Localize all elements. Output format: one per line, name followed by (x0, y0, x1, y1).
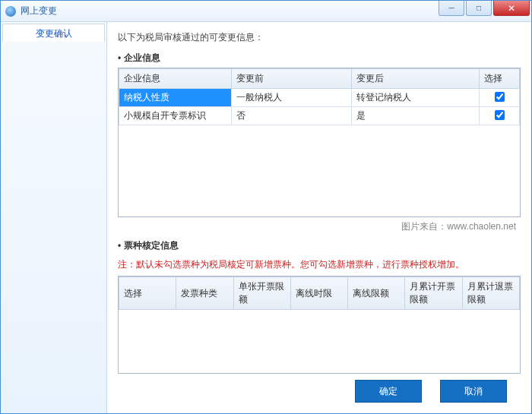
window-buttons: ─ □ ✕ (439, 1, 531, 16)
select-cell (480, 107, 520, 125)
table-cell: 转登记纳税人 (351, 89, 480, 107)
app-icon (5, 6, 16, 17)
col-header: 选择 (480, 69, 520, 89)
col-header: 变更前 (231, 69, 351, 89)
col-header: 月累计退票限额 (462, 277, 519, 310)
table-cell: 小规模自开专票标识 (119, 107, 232, 125)
section1-title: 企业信息 (118, 52, 521, 65)
table-cell: 是 (351, 107, 480, 125)
invoice-table-wrap: 选择发票种类单张开票限额离线时限离线限额月累计开票限额月累计退票限额 (118, 276, 521, 374)
window-title: 网上变更 (21, 5, 57, 17)
body: 变更确认 以下为税局审核通过的可变更信息： 企业信息 企业信息 变更前 变更后 … (1, 22, 531, 413)
cancel-button[interactable]: 取消 (440, 380, 507, 403)
table-cell: 纳税人性质 (119, 89, 232, 107)
button-row: 确定 取消 (118, 374, 521, 407)
col-header: 单张开票限额 (233, 277, 290, 310)
enterprise-table-wrap: 企业信息 变更前 变更后 选择 纳税人性质一般纳税人转登记纳税人小规模自开专票标… (118, 68, 521, 217)
section2-title: 票种核定信息 (118, 239, 521, 252)
tab-change-confirm[interactable]: 变更确认 (2, 24, 105, 42)
main-panel: 以下为税局审核通过的可变更信息： 企业信息 企业信息 变更前 变更后 选择 纳税… (107, 22, 531, 413)
enterprise-table: 企业信息 变更前 变更后 选择 纳税人性质一般纳税人转登记纳税人小规模自开专票标… (119, 68, 520, 125)
table-empty-area (119, 125, 520, 216)
window-frame: 网上变更 ─ □ ✕ 变更确认 以下为税局审核通过的可变更信息： 企业信息 企业… (0, 0, 532, 414)
minimize-button[interactable]: ─ (439, 1, 464, 16)
col-header: 离线限额 (348, 277, 405, 310)
table-row[interactable]: 纳税人性质一般纳税人转登记纳税人 (119, 89, 520, 107)
col-header: 离线时限 (290, 277, 347, 310)
col-header: 月累计开票限额 (405, 277, 462, 310)
table-cell: 一般纳税人 (231, 89, 351, 107)
invoice-table: 选择发票种类单张开票限额离线时限离线限额月累计开票限额月累计退票限额 (119, 277, 520, 310)
sidebar: 变更确认 (1, 22, 107, 413)
col-header: 发票种类 (176, 277, 233, 310)
ok-button[interactable]: 确定 (355, 380, 422, 403)
titlebar: 网上变更 ─ □ ✕ (1, 1, 531, 22)
col-header: 企业信息 (119, 69, 232, 89)
section2-note: 注：默认未勾选票种为税局核定可新增票种。您可勾选新增票种，进行票种授权增加。 (118, 258, 521, 271)
row-checkbox[interactable] (495, 110, 505, 120)
watermark: 图片来自：www.chaolen.net (118, 220, 521, 233)
table-row[interactable]: 小规模自开专票标识否是 (119, 107, 520, 125)
row-checkbox[interactable] (495, 92, 505, 102)
intro-text: 以下为税局审核通过的可变更信息： (118, 31, 521, 44)
col-header: 选择 (119, 277, 176, 310)
table-cell: 否 (231, 107, 351, 125)
maximize-button[interactable]: □ (466, 1, 492, 16)
select-cell (480, 89, 520, 107)
close-button[interactable]: ✕ (493, 1, 530, 16)
col-header: 变更后 (351, 69, 480, 89)
